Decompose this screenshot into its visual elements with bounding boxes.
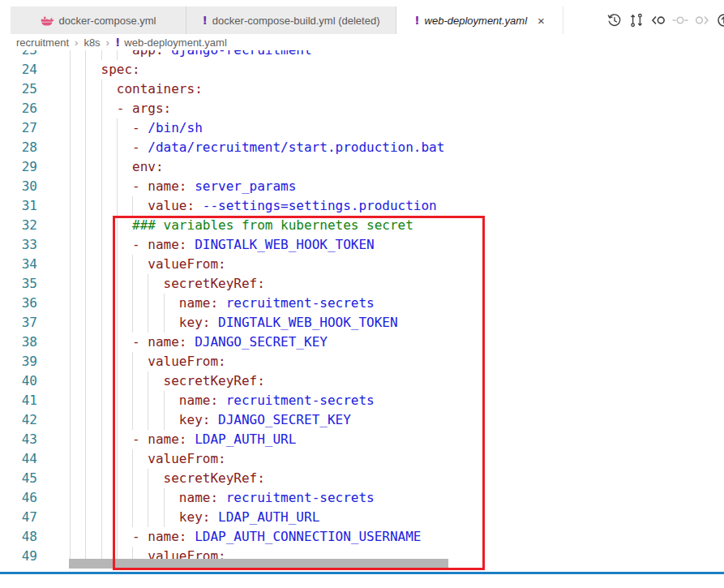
code-line[interactable]: 27 - /bin/sh xyxy=(0,118,724,138)
indent-guide xyxy=(117,449,118,469)
code-line[interactable]: 28 - /data/recruitment/start.production.… xyxy=(0,138,724,157)
line-number[interactable]: 45 xyxy=(0,469,37,488)
line-number[interactable]: 29 xyxy=(0,157,37,177)
navigate-forward-icon[interactable] xyxy=(694,12,710,28)
code-line[interactable]: 24 spec: xyxy=(0,60,724,79)
navigate-back-icon[interactable] xyxy=(650,12,666,28)
line-number[interactable]: 36 xyxy=(0,294,37,313)
indent-guide xyxy=(164,313,165,333)
code-line[interactable]: 45 secretKeyRef: xyxy=(0,469,724,488)
indent-guide xyxy=(101,196,102,216)
line-number[interactable]: 47 xyxy=(0,508,37,527)
code-line[interactable]: 36 name: recruitment-secrets xyxy=(0,294,724,313)
circle-up-arrow-icon[interactable] xyxy=(716,12,724,28)
line-number[interactable]: 24 xyxy=(0,60,37,79)
indent-guide xyxy=(85,99,86,118)
code-line-text: key: LDAP_AUTH_URL xyxy=(70,508,319,527)
indent-guide xyxy=(70,118,71,138)
code-editor[interactable]: 23 app: django-recruitment24 spec:25 con… xyxy=(0,50,724,574)
line-number[interactable]: 32 xyxy=(0,216,37,235)
indent-guide xyxy=(85,410,86,430)
line-number[interactable]: 31 xyxy=(0,196,37,216)
line-number[interactable]: 30 xyxy=(0,177,37,196)
code-line[interactable]: 35 secretKeyRef: xyxy=(0,274,724,294)
code-line[interactable]: 40 secretKeyRef: xyxy=(0,371,724,391)
line-number[interactable]: 26 xyxy=(0,99,37,118)
indent-guide xyxy=(117,118,118,138)
line-number[interactable]: 44 xyxy=(0,449,37,469)
breadcrumb-item-web-deployment.yaml[interactable]: !web-deployment.yaml xyxy=(115,36,227,49)
indent-guide xyxy=(148,371,148,391)
indent-guide xyxy=(101,449,102,469)
code-line[interactable]: 33 - name: DINGTALK_WEB_HOOK_TOKEN xyxy=(0,235,724,255)
line-number[interactable]: 41 xyxy=(0,391,37,410)
breadcrumb-separator: › xyxy=(106,36,109,49)
indent-guide xyxy=(85,79,86,99)
code-line[interactable]: 37 key: DINGTALK_WEB_HOOK_TOKEN xyxy=(0,313,724,333)
code-line[interactable]: 48 - name: LDAP_AUTH_CONNECTION_USERNAME xyxy=(0,527,724,547)
compare-changes-icon[interactable] xyxy=(628,12,645,28)
line-number[interactable]: 48 xyxy=(0,527,37,547)
line-number[interactable]: 43 xyxy=(0,430,37,449)
code-line-text: - /data/recruitment/start.production.bat xyxy=(70,138,444,157)
indent-guide xyxy=(85,255,86,274)
code-line[interactable]: 23 app: django-recruitment xyxy=(0,50,724,60)
indent-guide xyxy=(148,313,148,333)
code-line[interactable]: 47 key: LDAP_AUTH_URL xyxy=(0,508,724,527)
indent-guide xyxy=(85,449,86,469)
indent-guide xyxy=(70,410,71,430)
code-line[interactable]: 26 - args: xyxy=(0,99,724,118)
indent-guide xyxy=(148,294,148,313)
indent-guide xyxy=(117,488,118,508)
horizontal-scrollbar-thumb[interactable] xyxy=(69,559,448,569)
indent-guide xyxy=(164,391,165,410)
code-line-text: env: xyxy=(70,157,164,177)
code-line[interactable]: 29 env: xyxy=(0,157,724,177)
tab-close-icon[interactable]: × xyxy=(538,15,545,27)
indent-guide xyxy=(101,294,102,313)
code-line[interactable]: 30 - name: server_params xyxy=(0,177,724,196)
code-line[interactable]: 25 containers: xyxy=(0,79,724,99)
window-bottom-border xyxy=(0,572,724,574)
indent-guide xyxy=(85,60,86,79)
indent-guide xyxy=(117,216,118,235)
breadcrumb-item-recruitment[interactable]: recruitment xyxy=(16,36,69,49)
tab-2[interactable]: !docker-compose-build.yml (deleted) xyxy=(186,6,396,34)
code-line[interactable]: 41 name: recruitment-secrets xyxy=(0,391,724,410)
code-line[interactable]: 34 valueFrom: xyxy=(0,255,724,274)
line-number[interactable]: 23 xyxy=(0,50,37,60)
line-number[interactable]: 40 xyxy=(0,371,37,391)
line-number[interactable]: 49 xyxy=(0,547,37,566)
code-line-text: name: recruitment-secrets xyxy=(70,488,375,508)
indent-guide xyxy=(70,469,71,488)
code-line[interactable]: 44 valueFrom: xyxy=(0,449,724,469)
line-number[interactable]: 46 xyxy=(0,488,37,508)
timeline-icon[interactable] xyxy=(606,12,623,28)
current-location-icon[interactable] xyxy=(672,12,688,28)
line-number[interactable]: 37 xyxy=(0,313,37,333)
code-line[interactable]: 46 name: recruitment-secrets xyxy=(0,488,724,508)
tab-1[interactable]: docker-compose.yml xyxy=(11,6,186,34)
code-line[interactable]: 39 valueFrom: xyxy=(0,352,724,371)
breadcrumb-item-k8s[interactable]: k8s xyxy=(84,36,100,49)
line-number[interactable]: 39 xyxy=(0,352,37,371)
line-number[interactable]: 25 xyxy=(0,79,37,99)
code-line-text: name: recruitment-secrets xyxy=(70,294,375,313)
indent-guide xyxy=(70,235,71,255)
code-line[interactable]: 38 - name: DJANGO_SECRET_KEY xyxy=(0,333,724,352)
code-line[interactable]: 43 - name: LDAP_AUTH_URL xyxy=(0,430,724,449)
code-line-text: - name: LDAP_AUTH_CONNECTION_USERNAME xyxy=(70,527,422,547)
tab-3[interactable]: !web-deployment.yaml× xyxy=(396,6,563,34)
line-number[interactable]: 28 xyxy=(0,138,37,157)
line-number[interactable]: 35 xyxy=(0,274,37,294)
line-number[interactable]: 33 xyxy=(0,235,37,255)
code-line[interactable]: 31 value: --settings=settings.production xyxy=(0,196,724,216)
line-number[interactable]: 38 xyxy=(0,333,37,352)
line-number[interactable]: 27 xyxy=(0,118,37,138)
code-line[interactable]: 42 key: DJANGO_SECRET_KEY xyxy=(0,410,724,430)
indent-guide xyxy=(85,177,86,196)
line-number[interactable]: 34 xyxy=(0,255,37,274)
indent-guide xyxy=(70,138,71,157)
code-line[interactable]: 32 ### variables from kubernetes secret xyxy=(0,216,724,235)
line-number[interactable]: 42 xyxy=(0,410,37,430)
